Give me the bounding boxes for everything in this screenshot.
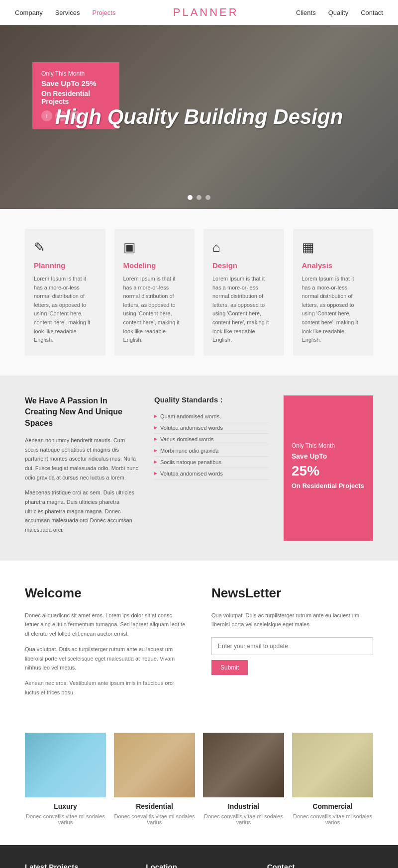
luxury-title: Luxury: [25, 802, 106, 810]
footer-projects: Latest Projects Commercial Donec vitae m…: [25, 863, 131, 868]
design-desc: Lorem Ipsum is that it has a more-or-les…: [212, 275, 275, 345]
nav-contact[interactable]: Contact: [361, 9, 383, 16]
nav-projects[interactable]: Projects: [93, 9, 116, 16]
nav-company[interactable]: Company: [15, 9, 43, 16]
residential-desc: Donec coevalitis vitae mi sodales varius: [114, 813, 195, 825]
footer-projects-heading: Latest Projects: [25, 863, 131, 868]
nav-services[interactable]: Services: [55, 9, 80, 16]
standard-item-2: Volutpa andomised words: [154, 422, 269, 434]
footer-location-heading: Location: [146, 863, 252, 868]
email-input[interactable]: [211, 637, 373, 655]
hero-heading: High Quality Building Design: [55, 104, 343, 129]
newsletter-right: NewsLetter Qua volutpat. Duis ac turpils…: [211, 585, 373, 703]
planning-title: Planning: [34, 261, 97, 270]
analysis-desc: Lorem Ipsum is that it has a more-or-les…: [302, 275, 365, 345]
passion-section: We Have A Passion In Creating New And Un…: [0, 376, 398, 561]
nav-quality[interactable]: Quality: [328, 9, 348, 16]
residential-thumb: [114, 733, 195, 797]
welcome-para1: Donec aliquadicnc sit amet eros. Lorem i…: [25, 611, 187, 639]
passion-para2: Maecenas tristique orci ac sem. Duis ult…: [25, 488, 139, 534]
analysis-icon: ▦: [302, 240, 365, 255]
passion-heading: We Have A Passion In Creating New And Un…: [25, 395, 139, 429]
newsletter-heading: NewsLetter: [211, 585, 373, 601]
portfolio-luxury: Luxury Donec convallis vitae mi sodales …: [25, 733, 106, 825]
residential-title: Residential: [114, 802, 195, 810]
hero-dots: [188, 195, 210, 200]
passion-promo-save: Save UpTo: [292, 452, 365, 460]
passion-promo-on: On Residential Projects: [292, 482, 365, 490]
portfolio-industrial: Industrial Donec convallis vitae mi soda…: [203, 733, 284, 825]
newsletter-desc: Qua volutpat. Duis ac turpilsterger rutr…: [211, 611, 373, 629]
dot-3[interactable]: [205, 195, 210, 200]
modeling-desc: Lorem Ipsum is that it has a more-or-les…: [123, 275, 186, 345]
commercial-desc: Donec convallis vitae mi sodales varios: [292, 813, 373, 825]
passion-promo-box: Only This Month Save UpTo 25% On Residen…: [284, 395, 373, 541]
dot-2[interactable]: [197, 195, 201, 200]
welcome-left: Welcome Donec aliquadicnc sit amet eros.…: [25, 585, 187, 703]
passion-left: We Have A Passion In Creating New And Un…: [25, 395, 139, 541]
site-logo: PLANNER: [173, 6, 239, 19]
promo-save: Save UpTo 25%: [41, 79, 110, 88]
modeling-title: Modeling: [123, 261, 186, 270]
commercial-title: Commercial: [292, 802, 373, 810]
quality-standards-title: Quality Standards :: [154, 395, 269, 404]
nav-right-links: Clients Quality Contact: [296, 9, 383, 16]
welcome-section: Welcome Donec aliquadicnc sit amet eros.…: [0, 561, 398, 728]
nav-clients[interactable]: Clients: [296, 9, 316, 16]
portfolio-grid: Luxury Donec convallis vitae mi sodales …: [25, 733, 373, 825]
analysis-title: Analysis: [302, 261, 365, 270]
design-title: Design: [212, 261, 275, 270]
luxury-thumb: [25, 733, 106, 797]
service-card-modeling: ▣ Modeling Lorem Ipsum is that it has a …: [114, 229, 195, 356]
industrial-desc: Donec convallis vitae mi sodales varius: [203, 813, 284, 825]
design-icon: ⌂: [212, 240, 275, 255]
quality-standards-list: Quam andomised words. Volutpa andomised …: [154, 411, 269, 480]
passion-para1: Aenean nonummy hendrerit mauris. Cum soc…: [25, 436, 139, 482]
welcome-para2: Qua volutpat. Duis ac turpilsterger rutr…: [25, 645, 187, 673]
portfolio-section: Luxury Donec convallis vitae mi sodales …: [0, 728, 398, 845]
submit-button[interactable]: Submit: [211, 660, 248, 675]
promo-line1: Only This Month: [41, 70, 110, 77]
passion-promo-line1: Only This Month: [292, 442, 365, 449]
standard-item-3: Varius domised words.: [154, 434, 269, 445]
portfolio-residential: Residential Donec coevalitis vitae mi so…: [114, 733, 195, 825]
standard-item-5: Sociis natoque penatibus: [154, 457, 269, 468]
footer-location: Location 795 Folsom Ave, Suite 600 San F…: [146, 863, 252, 868]
standard-item-1: Quam andomised words.: [154, 411, 269, 422]
nav-left-links: Company Services Projects: [15, 9, 115, 16]
industrial-thumb: [203, 733, 284, 797]
footer-contact-heading: Contact: [267, 863, 373, 868]
services-grid: ✎ Planning Lorem Ipsum is that it has a …: [25, 229, 373, 356]
industrial-title: Industrial: [203, 802, 284, 810]
footer-contact: Contact 📞 Call toll-free +1-234-567-8900…: [267, 863, 373, 868]
navbar: Company Services Projects PLANNER Client…: [0, 0, 398, 25]
welcome-heading: Welcome: [25, 585, 187, 601]
services-section: ✎ Planning Lorem Ipsum is that it has a …: [0, 209, 398, 376]
welcome-para3: Aenean nec eros. Vestibulum ante ipsum i…: [25, 678, 187, 697]
service-card-design: ⌂ Design Lorem Ipsum is that it has a mo…: [203, 229, 284, 356]
service-card-analysis: ▦ Analysis Lorem Ipsum is that it has a …: [293, 229, 374, 356]
service-card-planning: ✎ Planning Lorem Ipsum is that it has a …: [25, 229, 105, 356]
modeling-icon: ▣: [123, 240, 186, 255]
portfolio-commercial: Commercial Donec convallis vitae mi soda…: [292, 733, 373, 825]
promo-residential: On Residential Projects: [41, 90, 110, 105]
standard-item-4: Morbi nunc odio gravida: [154, 445, 269, 457]
planning-desc: Lorem Ipsum is that it has a more-or-les…: [34, 275, 97, 345]
passion-center: Quality Standards : Quam andomised words…: [154, 395, 269, 541]
standard-item-6: Volutpa andomised words: [154, 468, 269, 480]
dot-1[interactable]: [188, 195, 193, 200]
planning-icon: ✎: [34, 240, 97, 255]
luxury-desc: Donec convallis vitae mi sodales varius: [25, 813, 106, 825]
commercial-thumb: [292, 733, 373, 797]
hero-section: Only This Month Save UpTo 25% On Residen…: [0, 25, 398, 209]
social-facebook-icon[interactable]: f: [41, 110, 52, 121]
footer: Latest Projects Commercial Donec vitae m…: [0, 845, 398, 868]
passion-promo-percent: 25%: [292, 463, 365, 479]
